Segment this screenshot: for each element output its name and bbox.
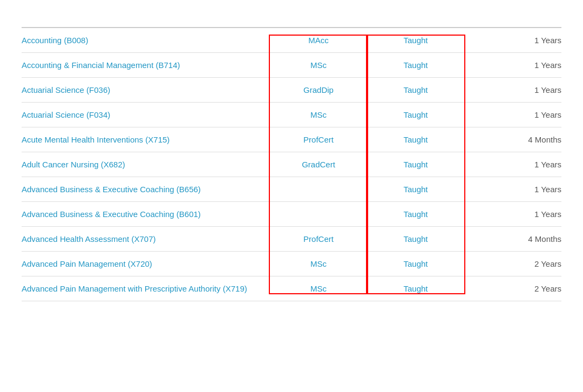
course-title-link[interactable]: Adult Cancer Nursing (X682) (22, 160, 125, 169)
course-title-link[interactable]: Advanced Business & Executive Coaching (… (22, 185, 201, 194)
cell-award: MSc (270, 110, 367, 119)
cell-award: MSc (270, 60, 367, 70)
cell-type: Taught (367, 209, 464, 219)
table-header (22, 16, 561, 28)
cell-award: ProfCert (270, 135, 367, 144)
course-title-link[interactable]: Advanced Pain Management (X720) (22, 259, 152, 268)
cell-course-title[interactable]: Advanced Business & Executive Coaching (… (22, 209, 270, 219)
cell-course-title[interactable]: Advanced Business & Executive Coaching (… (22, 185, 270, 194)
course-title-link[interactable]: Accounting & Financial Management (B714) (22, 60, 180, 70)
cell-award: MSc (270, 284, 367, 293)
cell-duration: 1 Years (464, 36, 561, 45)
course-title-link[interactable]: Advanced Health Assessment (X707) (22, 234, 155, 244)
course-title-link[interactable]: Accounting (B008) (22, 36, 88, 45)
cell-type: Taught (367, 234, 464, 244)
cell-course-title[interactable]: Actuarial Science (F034) (22, 110, 270, 119)
table-row: Advanced Health Assessment (X707)ProfCer… (22, 227, 561, 252)
table-row: Actuarial Science (F034)MScTaught1 Years (22, 103, 561, 127)
table-row: Advanced Business & Executive Coaching (… (22, 177, 561, 202)
cell-duration: 4 Months (464, 234, 561, 244)
table-row: Accounting (B008)MAccTaught1 Years (22, 28, 561, 53)
cell-duration: 2 Years (464, 284, 561, 293)
table-row: Adult Cancer Nursing (X682)GradCertTaugh… (22, 152, 561, 177)
table-row: Acute Mental Health Interventions (X715)… (22, 127, 561, 152)
cell-type: Taught (367, 36, 464, 45)
cell-type: Taught (367, 85, 464, 94)
cell-duration: 1 Years (464, 85, 561, 94)
courses-table: Accounting (B008)MAccTaught1 YearsAccoun… (22, 16, 561, 301)
cell-duration: 4 Months (464, 135, 561, 144)
cell-course-title[interactable]: Actuarial Science (F036) (22, 85, 270, 94)
cell-award: GradDip (270, 85, 367, 94)
cell-type: Taught (367, 110, 464, 119)
cell-type: Taught (367, 135, 464, 144)
cell-course-title[interactable]: Accounting (B008) (22, 36, 270, 45)
course-title-link[interactable]: Actuarial Science (F036) (22, 85, 110, 94)
cell-course-title[interactable]: Advanced Pain Management with Prescripti… (22, 284, 270, 293)
course-title-link[interactable]: Advanced Pain Management with Prescripti… (22, 284, 247, 293)
course-title-link[interactable]: Actuarial Science (F034) (22, 110, 110, 119)
cell-type: Taught (367, 160, 464, 169)
course-title-link[interactable]: Acute Mental Health Interventions (X715) (22, 135, 170, 144)
cell-course-title[interactable]: Accounting & Financial Management (B714) (22, 60, 270, 70)
cell-duration: 1 Years (464, 185, 561, 194)
cell-duration: 1 Years (464, 160, 561, 169)
cell-course-title[interactable]: Advanced Health Assessment (X707) (22, 234, 270, 244)
table-row: Advanced Pain Management with Prescripti… (22, 276, 561, 301)
cell-course-title[interactable]: Adult Cancer Nursing (X682) (22, 160, 270, 169)
cell-type: Taught (367, 284, 464, 293)
course-title-link[interactable]: Advanced Business & Executive Coaching (… (22, 209, 201, 219)
table-row: Actuarial Science (F036)GradDipTaught1 Y… (22, 78, 561, 103)
cell-duration: 1 Years (464, 209, 561, 219)
cell-type: Taught (367, 60, 464, 70)
table-row: Accounting & Financial Management (B714)… (22, 53, 561, 78)
cell-award: GradCert (270, 160, 367, 169)
cell-duration: 2 Years (464, 259, 561, 268)
table-body-wrapper: Accounting (B008)MAccTaught1 YearsAccoun… (22, 28, 561, 301)
cell-duration: 1 Years (464, 110, 561, 119)
table-body: Accounting (B008)MAccTaught1 YearsAccoun… (22, 28, 561, 301)
cell-duration: 1 Years (464, 60, 561, 70)
cell-type: Taught (367, 185, 464, 194)
cell-course-title[interactable]: Advanced Pain Management (X720) (22, 259, 270, 268)
table-row: Advanced Pain Management (X720)MScTaught… (22, 252, 561, 276)
cell-course-title[interactable]: Acute Mental Health Interventions (X715) (22, 135, 270, 144)
cell-award: ProfCert (270, 234, 367, 244)
cell-award: MSc (270, 259, 367, 268)
cell-type: Taught (367, 259, 464, 268)
cell-award: MAcc (270, 36, 367, 45)
table-row: Advanced Business & Executive Coaching (… (22, 202, 561, 227)
